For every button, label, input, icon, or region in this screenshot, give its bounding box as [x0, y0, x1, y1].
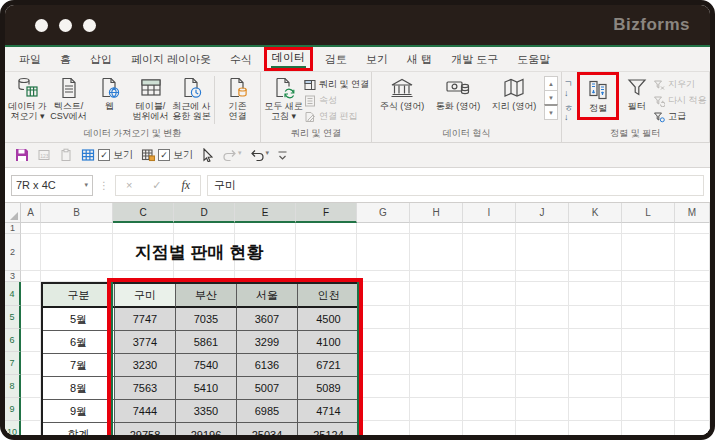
grid-cell[interactable] [357, 223, 410, 234]
tab-data-highlighted[interactable]: 데이터 [264, 47, 313, 71]
view-toggle-2[interactable]: ✓ 보기 [141, 148, 193, 162]
col-header-C[interactable]: C [113, 203, 174, 223]
table-cell[interactable]: 9월 [43, 400, 115, 423]
row-header-7[interactable]: 7 [5, 352, 21, 375]
grid-cell[interactable] [622, 271, 675, 282]
grid-cell[interactable] [357, 352, 410, 375]
grid-cell[interactable] [296, 271, 357, 282]
col-header-H[interactable]: H [410, 203, 463, 223]
advanced-filter-button[interactable]: 고급 [653, 110, 707, 123]
tab-insert[interactable]: 삽입 [90, 52, 112, 67]
namebox-dropdown-icon[interactable]: ▾ [84, 181, 88, 189]
grid-cell[interactable] [357, 306, 410, 329]
grid-cell[interactable] [410, 282, 463, 306]
grid-cell[interactable] [622, 352, 675, 375]
grid-cell[interactable] [463, 421, 516, 440]
grid-cell[interactable] [516, 306, 569, 329]
table-header-cell[interactable]: 부산 [176, 284, 237, 308]
grid-cell[interactable] [622, 223, 675, 234]
grid-cell[interactable] [622, 421, 675, 440]
insert-function-icon[interactable]: fx [181, 178, 190, 193]
table-cell[interactable]: 7747 [115, 308, 176, 331]
grid-cell[interactable] [463, 223, 516, 234]
window-dot-icon[interactable] [35, 19, 48, 32]
grid-cell[interactable] [516, 329, 569, 352]
stocks-button[interactable]: 주식 (영어) [374, 74, 430, 111]
grid-cell[interactable] [675, 223, 710, 234]
table-cell[interactable]: 7444 [115, 400, 176, 423]
grid-cell[interactable] [622, 282, 675, 306]
grid-cell[interactable] [463, 282, 516, 306]
grid-cell[interactable] [516, 421, 569, 440]
grid-cell[interactable] [357, 234, 410, 271]
table-cell[interactable]: 3774 [115, 331, 176, 354]
table-cell[interactable]: 3607 [237, 308, 298, 331]
grid-cell[interactable] [569, 352, 622, 375]
grid-cell[interactable] [113, 223, 174, 234]
existing-connections-button[interactable]: 기존 연결 [217, 74, 258, 121]
grid-cell[interactable] [675, 234, 710, 271]
grid-cell[interactable] [463, 306, 516, 329]
grid-cell[interactable] [516, 223, 569, 234]
grid-cell[interactable] [235, 271, 296, 282]
grid-cell[interactable] [410, 234, 463, 271]
row-header-9[interactable]: 9 [5, 398, 21, 421]
table-cell[interactable]: 합계 [43, 423, 115, 440]
table-header-cell[interactable]: 구미 [115, 284, 176, 308]
tab-formulas[interactable]: 수식 [230, 52, 252, 67]
grid-cell[interactable] [463, 329, 516, 352]
grid-cell[interactable] [357, 398, 410, 421]
grid-cell[interactable] [410, 223, 463, 234]
table-cell[interactable]: 8월 [43, 377, 115, 400]
grid-cell[interactable] [675, 329, 710, 352]
row-header-8[interactable]: 8 [5, 375, 21, 398]
grid-cell[interactable] [357, 282, 410, 306]
table-cell[interactable]: 3230 [115, 354, 176, 377]
table-cell[interactable]: 5410 [176, 377, 237, 400]
geography-button[interactable]: 지리 (영어) [486, 74, 542, 111]
table-header-cell[interactable]: 서울 [237, 284, 298, 308]
gallery-up-icon[interactable]: ▲ [544, 76, 558, 91]
grid-cell[interactable] [21, 282, 41, 306]
grid-cell[interactable] [235, 223, 296, 234]
grid-cell[interactable] [516, 398, 569, 421]
table-cell[interactable]: 5007 [237, 377, 298, 400]
table-header-cell[interactable]: 인천 [298, 284, 359, 308]
col-header-J[interactable]: J [516, 203, 569, 223]
grid-cell[interactable] [410, 352, 463, 375]
grid-cell[interactable] [569, 329, 622, 352]
grid-cell[interactable] [622, 306, 675, 329]
table-cell[interactable]: 6721 [298, 354, 359, 377]
grid-cell[interactable] [569, 421, 622, 440]
grid-cell[interactable] [21, 234, 41, 271]
window-dot-icon[interactable] [83, 19, 96, 32]
grid-cell[interactable] [516, 375, 569, 398]
col-header-D[interactable]: D [174, 203, 235, 223]
checkbox-checked-icon[interactable]: ✓ [158, 149, 170, 161]
table-cell[interactable]: 5861 [176, 331, 237, 354]
col-header-K[interactable]: K [569, 203, 622, 223]
grid-cell[interactable] [675, 421, 710, 440]
grid-cell[interactable] [463, 398, 516, 421]
grid-cell[interactable] [569, 282, 622, 306]
grid-cell[interactable] [675, 398, 710, 421]
checkbox-checked-icon[interactable]: ✓ [98, 149, 110, 161]
table-cell[interactable]: 3350 [176, 400, 237, 423]
grid-cell[interactable] [21, 421, 41, 440]
grid-cell[interactable] [357, 375, 410, 398]
grid-cell[interactable] [357, 329, 410, 352]
customize-qat-icon[interactable] [277, 149, 288, 161]
grid-cell[interactable] [622, 329, 675, 352]
grid-cell[interactable] [622, 398, 675, 421]
grid-cell[interactable] [516, 352, 569, 375]
table-cell[interactable]: 5089 [298, 377, 359, 400]
sort-ascending-button[interactable]: ㄱ↓ [564, 80, 576, 98]
col-header-F[interactable]: F [296, 203, 357, 223]
table-cell[interactable]: 7월 [43, 354, 115, 377]
col-header-E[interactable]: E [235, 203, 296, 223]
col-header-G[interactable]: G [357, 203, 410, 223]
grid-cell[interactable] [463, 352, 516, 375]
table-cell[interactable]: 3299 [237, 331, 298, 354]
grid-cell[interactable] [463, 271, 516, 282]
formula-input[interactable]: 구미 [207, 175, 704, 196]
